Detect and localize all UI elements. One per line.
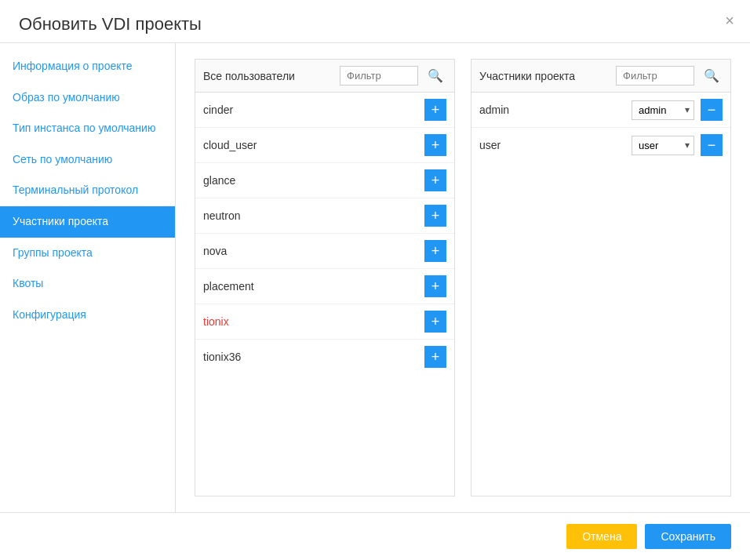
project-members-search-icon[interactable]: 🔍 bbox=[701, 67, 723, 85]
list-item: useradminusermember− bbox=[471, 128, 730, 162]
sidebar-item-groups[interactable]: Группы проекта bbox=[0, 238, 175, 269]
add-user-button[interactable]: + bbox=[424, 169, 446, 191]
add-user-button[interactable]: + bbox=[424, 205, 446, 227]
list-item: cinder+ bbox=[195, 93, 454, 128]
sidebar-item-quotas[interactable]: Квоты bbox=[0, 268, 175, 300]
modal-title: Обновить VDI проекты bbox=[19, 14, 202, 34]
list-item: tionix+ bbox=[195, 304, 454, 340]
user-name-label: neutron bbox=[203, 209, 418, 222]
user-name-label: tionix36 bbox=[203, 351, 418, 363]
modal-header: Обновить VDI проекты × bbox=[0, 0, 750, 43]
list-item: glance+ bbox=[195, 163, 454, 198]
all-users-panel-header: Все пользователи 🔍 bbox=[195, 60, 454, 93]
remove-member-button[interactable]: − bbox=[701, 99, 723, 121]
add-user-button[interactable]: + bbox=[424, 275, 446, 297]
role-dropdown[interactable]: adminusermember bbox=[632, 136, 694, 155]
close-button[interactable]: × bbox=[725, 13, 734, 28]
sidebar-item-members[interactable]: Участники проекта bbox=[0, 206, 175, 238]
add-user-button[interactable]: + bbox=[424, 99, 446, 121]
add-user-button[interactable]: + bbox=[424, 134, 446, 156]
project-members-panel-header: Участники проекта 🔍 bbox=[471, 60, 730, 93]
all-users-search-icon[interactable]: 🔍 bbox=[424, 67, 446, 85]
list-item: cloud_user+ bbox=[195, 128, 454, 163]
modal: Обновить VDI проекты × Информация о прое… bbox=[0, 0, 750, 560]
project-members-list: adminadminusermember−useradminusermember… bbox=[471, 93, 730, 496]
list-item: tionix36+ bbox=[195, 340, 454, 374]
user-name-label: cinder bbox=[203, 104, 418, 116]
user-name-label: placement bbox=[203, 280, 418, 293]
all-users-panel-title: Все пользователи bbox=[203, 70, 333, 82]
content-area: Все пользователи 🔍 cinder+cloud_user+gla… bbox=[176, 43, 750, 512]
list-item: adminadminusermember− bbox=[471, 93, 730, 128]
add-user-button[interactable]: + bbox=[424, 311, 446, 333]
list-item: nova+ bbox=[195, 234, 454, 269]
all-users-list: cinder+cloud_user+glance+neutron+nova+pl… bbox=[195, 93, 454, 496]
list-item: placement+ bbox=[195, 269, 454, 304]
user-name-label: tionix bbox=[203, 315, 418, 328]
sidebar-item-image[interactable]: Образ по умолчанию bbox=[0, 82, 175, 114]
role-select-wrap: adminusermember bbox=[632, 100, 694, 120]
project-members-panel-title: Участники проекта bbox=[479, 70, 610, 82]
sidebar-item-instance[interactable]: Тип инстанса по умолчанию bbox=[0, 113, 175, 144]
modal-footer: Отмена Сохранить bbox=[0, 512, 750, 560]
member-name-label: user bbox=[479, 139, 625, 151]
user-name-label: cloud_user bbox=[203, 139, 418, 151]
user-name-label: glance bbox=[203, 174, 418, 187]
save-button[interactable]: Сохранить bbox=[645, 524, 731, 549]
sidebar-item-terminal[interactable]: Терминальный протокол bbox=[0, 175, 175, 206]
project-members-filter-input[interactable] bbox=[616, 66, 694, 85]
project-members-panel: Участники проекта 🔍 adminadminusermember… bbox=[471, 59, 731, 496]
member-name-label: admin bbox=[479, 104, 625, 116]
sidebar-item-network[interactable]: Сеть по умолчанию bbox=[0, 144, 175, 176]
list-item: neutron+ bbox=[195, 198, 454, 234]
user-name-label: nova bbox=[203, 245, 418, 257]
modal-body: Информация о проектеОбраз по умолчаниюТи… bbox=[0, 43, 750, 512]
role-dropdown[interactable]: adminusermember bbox=[632, 100, 694, 120]
sidebar-item-config[interactable]: Конфигурация bbox=[0, 300, 175, 331]
add-user-button[interactable]: + bbox=[424, 346, 446, 368]
sidebar: Информация о проектеОбраз по умолчаниюТи… bbox=[0, 43, 176, 512]
remove-member-button[interactable]: − bbox=[701, 134, 723, 156]
add-user-button[interactable]: + bbox=[424, 240, 446, 262]
all-users-filter-input[interactable] bbox=[340, 66, 418, 85]
all-users-panel: Все пользователи 🔍 cinder+cloud_user+gla… bbox=[195, 59, 455, 496]
role-select-wrap: adminusermember bbox=[632, 136, 694, 155]
sidebar-item-info[interactable]: Информация о проекте bbox=[0, 51, 175, 82]
cancel-button[interactable]: Отмена bbox=[566, 524, 637, 549]
